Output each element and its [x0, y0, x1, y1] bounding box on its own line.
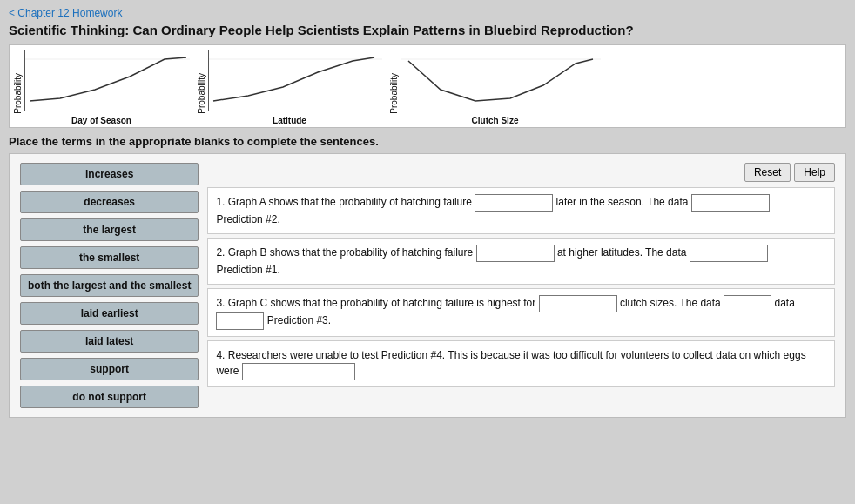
term-both[interactable]: both the largest and the smallest	[20, 274, 199, 297]
reset-button[interactable]: Reset	[744, 163, 791, 182]
questions-column: Reset Help 1. Graph A shows that the pro…	[207, 163, 835, 408]
graph-a: Probability 0.01 0 -20 20 60 100 140	[13, 50, 190, 125]
graph-b: Probability 0.01 0 28 33 38 43 48	[197, 50, 382, 125]
question-4: 4. Researchers were unable to test Predi…	[207, 340, 835, 387]
q2-prediction: Prediction #1.	[216, 264, 279, 276]
q3-text-before: 3. Graph C shows that the probability of…	[216, 297, 535, 309]
graph-b-svg: 0.01 0 28 33 38 43 48	[208, 50, 382, 111]
terms-column: increases decreases the largest the smal…	[20, 163, 199, 408]
question-2: 2. Graph B shows that the probability of…	[207, 238, 835, 285]
q1-text-after: later in the season. The data	[556, 196, 689, 208]
graph-c: Probability 0.01 0 2 3 4 5 6 7	[389, 50, 601, 125]
q3-prediction: Prediction #3.	[267, 314, 331, 326]
q3-blank3[interactable]	[216, 312, 264, 330]
graph-a-x-label: Day of Season	[71, 116, 131, 125]
instructions: Place the terms in the appropriate blank…	[9, 135, 846, 148]
graphs-row: Probability 0.01 0 -20 20 60 100 140	[9, 44, 846, 128]
breadcrumb[interactable]: < Chapter 12 Homework	[9, 7, 846, 19]
graph-c-x-label: Clutch Size	[472, 116, 519, 125]
page-title: Scientific Thinking: Can Ordinary People…	[9, 23, 846, 37]
term-the-smallest[interactable]: the smallest	[20, 246, 199, 269]
q1-blank1[interactable]	[475, 194, 553, 212]
q2-text-before: 2. Graph B shows that the probability of…	[216, 246, 473, 259]
q1-blank2[interactable]	[691, 194, 770, 212]
term-laid-earliest[interactable]: laid earliest	[20, 302, 199, 325]
y-axis-label-b: Probability	[197, 73, 206, 114]
q4-blank1[interactable]	[242, 363, 355, 380]
q1-text-before: 1. Graph A shows that the probability of…	[216, 196, 472, 208]
top-row: Reset Help	[207, 163, 835, 182]
term-do-not-support[interactable]: do not support	[20, 386, 199, 408]
help-button[interactable]: Help	[794, 163, 835, 182]
term-decreases[interactable]: decreases	[20, 191, 199, 213]
q2-blank2[interactable]	[690, 245, 768, 262]
y-axis-label-a: Probability	[13, 73, 23, 114]
exercise-box: increases decreases the largest the smal…	[9, 153, 846, 418]
q3-text-after: clutch sizes. The data	[620, 297, 721, 309]
question-3: 3. Graph C shows that the probability of…	[207, 288, 835, 337]
term-the-largest[interactable]: the largest	[20, 218, 199, 241]
y-axis-label-c: Probability	[389, 73, 399, 114]
term-laid-latest[interactable]: laid latest	[20, 330, 199, 353]
q2-text-after: at higher latitudes. The data	[557, 246, 687, 259]
q2-blank1[interactable]	[476, 245, 555, 262]
term-support[interactable]: support	[20, 358, 199, 380]
q3-blank1[interactable]	[539, 295, 617, 312]
q1-prediction: Prediction #2.	[216, 213, 279, 225]
graph-b-x-label: Latitude	[273, 116, 306, 125]
graph-c-svg: 0.01 0 2 3 4 5 6 7	[401, 50, 601, 111]
term-increases[interactable]: increases	[20, 163, 199, 185]
question-1: 1. Graph A shows that the probability of…	[207, 187, 835, 234]
q3-blank2[interactable]	[724, 295, 771, 312]
q3-data-label: data	[774, 297, 794, 309]
graph-a-svg: 0.01 0 -20 20 60 100 140	[24, 50, 190, 111]
